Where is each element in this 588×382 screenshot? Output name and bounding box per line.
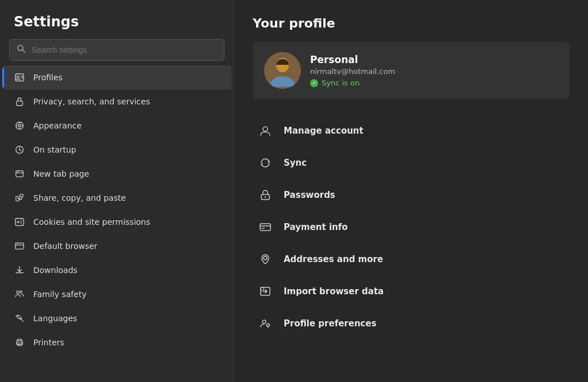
payment-icon: [257, 219, 273, 235]
profile-card[interactable]: Personal nirmaltv@hotmail.com Sync is on: [253, 42, 570, 99]
sidebar-item-label-languages: Languages: [33, 314, 77, 323]
sidebar-item-label-family: Family safety: [33, 290, 87, 299]
svg-point-8: [18, 124, 21, 127]
downloads-icon: [14, 264, 25, 276]
profile-icon: [14, 72, 25, 83]
svg-point-28: [22, 342, 22, 342]
cookies-icon: [14, 216, 25, 228]
sidebar-item-label-downloads: Downloads: [33, 266, 78, 275]
sidebar-item-appearance[interactable]: Appearance: [2, 114, 231, 138]
menu-label-manage: Manage account: [284, 126, 363, 136]
sidebar-item-privacy[interactable]: Privacy, search, and services: [2, 89, 231, 114]
passwords-icon: [257, 187, 273, 203]
sync-status: Sync is on: [310, 79, 395, 87]
defaultbrowser-icon: [14, 240, 25, 252]
menu-label-preferences: Profile preferences: [284, 318, 377, 329]
menu-item-payment[interactable]: Payment info: [253, 212, 570, 243]
main-content: Your profile Personal nirmaltv@hotmail.c…: [234, 0, 588, 382]
menu-label-sync: Sync: [284, 158, 307, 168]
sidebar-nav: Profiles Privacy, search, and services: [0, 65, 234, 354]
sidebar-item-label-printers: Printers: [33, 338, 64, 347]
appearance-icon: [14, 120, 25, 131]
sidebar-item-label-newtab: New tab page: [33, 169, 89, 178]
menu-item-passwords[interactable]: Passwords: [253, 180, 570, 211]
svg-point-25: [20, 291, 22, 293]
share-icon: [14, 192, 25, 204]
search-icon: [17, 44, 26, 56]
import-icon: [257, 283, 273, 299]
profile-menu-list: Manage account Sync: [253, 115, 570, 339]
sidebar-item-cookies[interactable]: Cookies and site permissions: [2, 210, 231, 234]
sidebar-item-languages[interactable]: Languages: [2, 306, 231, 330]
sidebar-item-newtab[interactable]: New tab page: [2, 162, 231, 186]
search-input[interactable]: [32, 45, 217, 54]
svg-line-1: [22, 50, 25, 52]
svg-point-16: [17, 221, 19, 223]
menu-item-sync[interactable]: Sync: [253, 147, 570, 178]
menu-item-manage[interactable]: Manage account: [253, 115, 570, 146]
svg-point-17: [21, 220, 22, 221]
menu-label-addresses: Addresses and more: [284, 254, 383, 264]
svg-point-23: [18, 244, 18, 244]
svg-rect-35: [260, 224, 270, 231]
manage-account-icon: [257, 123, 273, 139]
menu-label-passwords: Passwords: [284, 190, 335, 200]
avatar: [264, 52, 301, 89]
avatar-image: [264, 52, 301, 89]
startup-icon: [14, 144, 25, 155]
profile-name: Personal: [310, 54, 395, 65]
profile-email: nirmaltv@hotmail.com: [310, 67, 395, 76]
menu-label-payment: Payment info: [284, 222, 348, 232]
sidebar-item-label-cookies: Cookies and site permissions: [33, 217, 150, 227]
menu-item-import[interactable]: Import browser data: [253, 276, 570, 307]
menu-item-preferences[interactable]: Profile preferences: [253, 308, 570, 339]
sidebar-item-label-defaultbrowser: Default browser: [33, 241, 98, 251]
sync-label: Sync is on: [322, 79, 359, 87]
sidebar-item-label-profiles: Profiles: [33, 73, 63, 82]
svg-point-22: [17, 244, 17, 244]
sidebar-item-share[interactable]: Share, copy, and paste: [2, 186, 231, 210]
svg-rect-6: [17, 101, 23, 106]
svg-rect-14: [20, 194, 23, 197]
languages-icon: [14, 313, 25, 324]
svg-rect-10: [16, 171, 24, 177]
svg-point-18: [21, 223, 22, 224]
sidebar-item-family[interactable]: Family safety: [2, 282, 231, 306]
sidebar-item-defaultbrowser[interactable]: Default browser: [2, 234, 231, 258]
sidebar-item-label-privacy: Privacy, search, and services: [33, 97, 150, 106]
sidebar-item-profiles[interactable]: Profiles: [2, 65, 231, 89]
svg-point-41: [262, 320, 266, 323]
preferences-icon: [257, 315, 273, 332]
svg-point-24: [17, 291, 20, 294]
printers-icon: [14, 337, 25, 348]
sidebar-item-label-appearance: Appearance: [33, 121, 82, 130]
sync-icon: [257, 155, 273, 171]
sidebar: Settings Profiles: [0, 0, 234, 382]
menu-item-addresses[interactable]: Addresses and more: [253, 244, 570, 275]
sync-dot-icon: [310, 79, 318, 87]
menu-label-import: Import browser data: [284, 286, 384, 297]
newtab-icon: [14, 168, 25, 180]
sidebar-item-downloads[interactable]: Downloads: [2, 258, 231, 282]
sidebar-item-printers[interactable]: Printers: [2, 330, 231, 354]
sidebar-item-startup[interactable]: On startup: [2, 138, 231, 162]
sidebar-item-label-share: Share, copy, and paste: [33, 193, 126, 202]
profile-info: Personal nirmaltv@hotmail.com Sync is on: [310, 54, 395, 87]
privacy-icon: [14, 96, 25, 107]
addresses-icon: [257, 251, 273, 267]
family-icon: [14, 289, 25, 300]
svg-point-3: [17, 76, 20, 78]
page-title: Your profile: [253, 16, 570, 30]
svg-point-34: [265, 196, 266, 197]
search-box[interactable]: [9, 39, 225, 61]
svg-point-32: [263, 127, 268, 131]
svg-point-38: [264, 256, 267, 260]
sidebar-title: Settings: [0, 9, 234, 39]
sidebar-item-label-startup: On startup: [33, 145, 76, 154]
